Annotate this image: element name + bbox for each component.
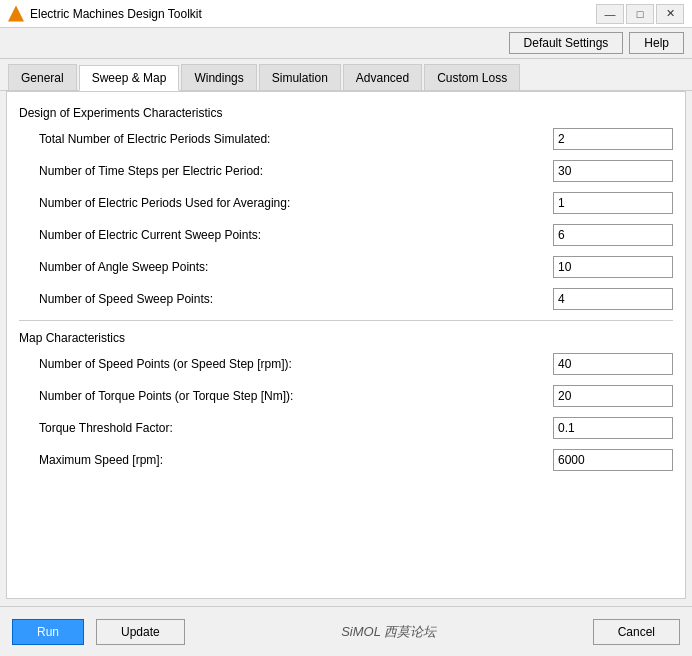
tab-sweep-map[interactable]: Sweep & Map: [79, 65, 180, 91]
field-angle-sweep: Number of Angle Sweep Points:: [19, 256, 673, 278]
total-periods-label: Total Number of Electric Periods Simulat…: [39, 132, 553, 146]
app-title: Electric Machines Design Toolkit: [30, 7, 596, 21]
minimize-button[interactable]: —: [596, 4, 624, 24]
total-periods-input[interactable]: [553, 128, 673, 150]
title-bar: Electric Machines Design Toolkit — □ ✕: [0, 0, 692, 28]
periods-averaging-label: Number of Electric Periods Used for Aver…: [39, 196, 553, 210]
field-speed-sweep: Number of Speed Sweep Points:: [19, 288, 673, 310]
maximize-button[interactable]: □: [626, 4, 654, 24]
watermark: SiMOL 西莫论坛: [185, 623, 593, 641]
run-button[interactable]: Run: [12, 619, 84, 645]
toolbar: Default Settings Help: [0, 28, 692, 59]
tab-advanced[interactable]: Advanced: [343, 64, 422, 90]
field-max-speed: Maximum Speed [rpm]:: [19, 449, 673, 471]
update-button[interactable]: Update: [96, 619, 185, 645]
max-speed-label: Maximum Speed [rpm]:: [39, 453, 553, 467]
torque-points-label: Number of Torque Points (or Torque Step …: [39, 389, 553, 403]
torque-points-input[interactable]: [553, 385, 673, 407]
cancel-button[interactable]: Cancel: [593, 619, 680, 645]
time-steps-label: Number of Time Steps per Electric Period…: [39, 164, 553, 178]
tab-general[interactable]: General: [8, 64, 77, 90]
field-total-periods: Total Number of Electric Periods Simulat…: [19, 128, 673, 150]
field-torque-points: Number of Torque Points (or Torque Step …: [19, 385, 673, 407]
tab-windings[interactable]: Windings: [181, 64, 256, 90]
speed-sweep-input[interactable]: [553, 288, 673, 310]
main-content: Design of Experiments Characteristics To…: [6, 91, 686, 599]
tab-simulation[interactable]: Simulation: [259, 64, 341, 90]
tab-custom-loss[interactable]: Custom Loss: [424, 64, 520, 90]
speed-sweep-label: Number of Speed Sweep Points:: [39, 292, 553, 306]
angle-sweep-input[interactable]: [553, 256, 673, 278]
help-button[interactable]: Help: [629, 32, 684, 54]
default-settings-button[interactable]: Default Settings: [509, 32, 624, 54]
angle-sweep-label: Number of Angle Sweep Points:: [39, 260, 553, 274]
field-speed-points: Number of Speed Points (or Speed Step [r…: [19, 353, 673, 375]
torque-threshold-input[interactable]: [553, 417, 673, 439]
time-steps-input[interactable]: [553, 160, 673, 182]
bottom-bar: Run Update SiMOL 西莫论坛 Cancel: [0, 606, 692, 656]
map-characteristics-label: Map Characteristics: [19, 331, 673, 345]
app-icon: [8, 6, 24, 22]
speed-points-label: Number of Speed Points (or Speed Step [r…: [39, 357, 553, 371]
close-button[interactable]: ✕: [656, 4, 684, 24]
design-experiments-label: Design of Experiments Characteristics: [19, 106, 673, 120]
speed-points-input[interactable]: [553, 353, 673, 375]
field-periods-averaging: Number of Electric Periods Used for Aver…: [19, 192, 673, 214]
field-current-sweep: Number of Electric Current Sweep Points:: [19, 224, 673, 246]
current-sweep-label: Number of Electric Current Sweep Points:: [39, 228, 553, 242]
current-sweep-input[interactable]: [553, 224, 673, 246]
field-torque-threshold: Torque Threshold Factor:: [19, 417, 673, 439]
tabs-bar: General Sweep & Map Windings Simulation …: [0, 59, 692, 91]
field-time-steps: Number of Time Steps per Electric Period…: [19, 160, 673, 182]
window-controls: — □ ✕: [596, 4, 684, 24]
section-divider: [19, 320, 673, 321]
periods-averaging-input[interactable]: [553, 192, 673, 214]
max-speed-input[interactable]: [553, 449, 673, 471]
torque-threshold-label: Torque Threshold Factor:: [39, 421, 553, 435]
